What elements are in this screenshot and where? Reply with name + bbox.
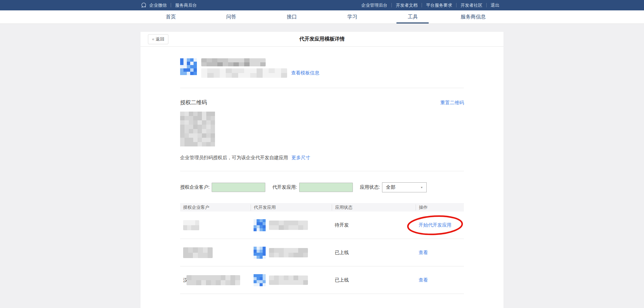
app-filter-label: 代开发应用: bbox=[272, 184, 297, 190]
col-header-status: 应用状态 bbox=[332, 204, 416, 210]
topmenu-platform-requirements[interactable]: 平台服务要求 bbox=[422, 3, 456, 7]
brand-divider bbox=[171, 3, 171, 7]
table-row: 待开发 开始代开发应用 bbox=[180, 211, 464, 239]
app-icon bbox=[254, 219, 266, 231]
redacted-template-description bbox=[201, 68, 287, 78]
tab-learn[interactable]: 学习 bbox=[322, 10, 382, 23]
redacted-customer-name bbox=[183, 220, 199, 230]
customer-filter-input[interactable] bbox=[212, 183, 265, 192]
status-text: 已上线 bbox=[335, 277, 349, 283]
table-header-row: 授权企业客户 代开发应用 应用状态 操作 bbox=[180, 203, 464, 211]
tab-api[interactable]: 接口 bbox=[262, 10, 322, 23]
tab-provider-info[interactable]: 服务商信息 bbox=[443, 10, 503, 23]
app-icon bbox=[254, 274, 266, 286]
col-header-app: 代开发应用 bbox=[251, 204, 332, 210]
tab-tools[interactable]: 工具 bbox=[382, 10, 443, 23]
app-filter-input[interactable] bbox=[299, 183, 353, 192]
topmenu-logout[interactable]: 退出 bbox=[486, 3, 503, 7]
redacted-template-name bbox=[201, 58, 266, 66]
customer-filter-label: 授权企业客户: bbox=[180, 184, 210, 190]
status-text: 已上线 bbox=[335, 250, 349, 256]
chevron-down-icon: ▼ bbox=[420, 186, 423, 189]
filter-bar: 授权企业客户: 代开发应用: 应用状态: 全部 ▼ bbox=[180, 182, 464, 192]
topmenu-developer-docs[interactable]: 开发者文档 bbox=[391, 3, 422, 7]
section-divider bbox=[180, 88, 464, 88]
apps-table: 授权企业客户 代开发应用 应用状态 操作 待开发 bbox=[180, 203, 464, 294]
detail-card: « 返回 代开发应用模板详情 查看模板信息 授权二维码 bbox=[141, 32, 503, 308]
authorization-qr-code bbox=[180, 112, 215, 146]
brand-portal: 服务商后台 bbox=[175, 2, 197, 8]
brand-product: 企业微信 bbox=[149, 2, 167, 8]
card-header: « 返回 代开发应用模板详情 bbox=[141, 32, 503, 47]
redacted-customer-name bbox=[183, 247, 213, 258]
page-title: 代开发应用模板详情 bbox=[300, 36, 345, 42]
status-select-value: 全部 bbox=[386, 184, 395, 190]
back-label: 返回 bbox=[156, 36, 164, 42]
redacted-customer-name bbox=[186, 275, 240, 285]
tab-qa[interactable]: 问答 bbox=[201, 10, 261, 23]
qr-caption-text: 企业管理员扫码授权后，可为该企业代开发自建应用 bbox=[180, 155, 288, 161]
view-template-info-link[interactable]: 查看模板信息 bbox=[291, 70, 319, 76]
topbar-menu: 企业管理后台 开发者文档 平台服务要求 开发者社区 退出 bbox=[357, 3, 503, 7]
template-app-icon bbox=[180, 58, 197, 75]
topmenu-developer-community[interactable]: 开发者社区 bbox=[456, 3, 486, 7]
start-develop-link[interactable]: 开始代开发应用 bbox=[419, 222, 451, 228]
app-icon bbox=[254, 247, 266, 259]
view-link[interactable]: 查看 bbox=[419, 250, 428, 256]
topbar: 企业微信 服务商后台 企业管理后台 开发者文档 平台服务要求 开发者社区 退出 bbox=[0, 0, 644, 10]
redacted-app-name bbox=[269, 248, 308, 257]
col-header-customer: 授权企业客户 bbox=[180, 204, 251, 210]
redacted-app-name bbox=[269, 275, 308, 285]
view-link[interactable]: 查看 bbox=[419, 277, 428, 283]
main-nav: 首页 问答 接口 学习 工具 服务商信息 bbox=[0, 10, 644, 24]
back-chevron-icon: « bbox=[152, 37, 154, 42]
status-select[interactable]: 全部 ▼ bbox=[382, 182, 427, 192]
table-row: 汉 已上线 查看 bbox=[180, 266, 464, 294]
more-sizes-link[interactable]: 更多尺寸 bbox=[291, 155, 310, 161]
tab-home[interactable]: 首页 bbox=[141, 10, 201, 23]
brand: 企业微信 服务商后台 bbox=[141, 2, 197, 8]
wecom-bubble-icon bbox=[141, 2, 147, 8]
col-header-action: 操作 bbox=[416, 204, 464, 210]
template-info-section: 查看模板信息 bbox=[180, 58, 464, 78]
table-row: 已上线 查看 bbox=[180, 239, 464, 266]
status-filter-label: 应用状态: bbox=[360, 184, 380, 190]
section-divider bbox=[180, 171, 464, 171]
status-text: 待开发 bbox=[335, 222, 349, 228]
qr-section-title: 授权二维码 bbox=[180, 99, 207, 106]
redacted-app-name bbox=[269, 221, 308, 230]
back-button[interactable]: « 返回 bbox=[148, 34, 168, 44]
reset-qr-link[interactable]: 重置二维码 bbox=[440, 100, 464, 106]
topmenu-enterprise-admin[interactable]: 企业管理后台 bbox=[357, 3, 391, 7]
